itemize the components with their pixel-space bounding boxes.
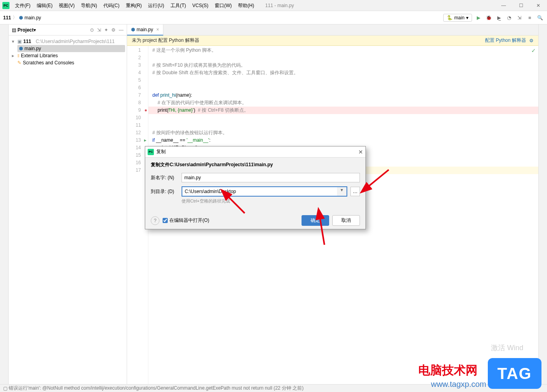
new-name-label: 新名字: (N) xyxy=(151,174,178,181)
configure-interpreter-link[interactable]: 配置 Python 解释器 xyxy=(485,37,526,44)
menu-view[interactable]: 视图(V) xyxy=(56,0,78,11)
right-tool-stripe[interactable] xyxy=(538,24,547,384)
menu-refactor[interactable]: 重构(R) xyxy=(123,0,145,11)
new-name-input[interactable] xyxy=(182,173,360,182)
browse-dir-button[interactable]: … xyxy=(350,187,360,196)
menu-file[interactable]: 文件(F) xyxy=(12,0,34,11)
scratches-node[interactable]: ✎ Scratches and Consoles xyxy=(10,59,125,66)
breadcrumb-project[interactable]: 111 xyxy=(3,15,11,21)
scratches-icon: ✎ xyxy=(17,60,21,66)
menu-tools[interactable]: 工具(T) xyxy=(167,0,189,11)
search-everywhere-button[interactable]: 🔍 xyxy=(536,14,544,22)
pycharm-app-icon: PC xyxy=(2,2,9,9)
run-button[interactable]: ▶ xyxy=(474,14,482,22)
menu-code[interactable]: 代码(C) xyxy=(100,0,123,11)
run-gutter-line-13[interactable]: 13 xyxy=(127,137,148,144)
project-panel-title[interactable]: Project xyxy=(17,27,34,33)
close-tab-icon[interactable]: × xyxy=(156,27,159,32)
dir-dropdown-icon[interactable]: ▾ xyxy=(337,187,347,196)
main-menu: 文件(F) 编辑(E) 视图(V) 导航(N) 代码(C) 重构(R) 运行(U… xyxy=(12,0,257,11)
menu-window[interactable]: 窗口(W) xyxy=(212,0,235,11)
expand-all-icon[interactable]: ⇲ xyxy=(97,27,101,33)
maximize-button[interactable]: ☐ xyxy=(512,0,530,11)
breadcrumb-file[interactable]: main.py xyxy=(24,15,41,21)
site-watermark-cn: 电脑技术网 xyxy=(418,362,478,379)
collapse-all-icon[interactable]: ✦ xyxy=(104,27,108,33)
open-in-editor-label: 在编辑器中打开(O) xyxy=(169,217,209,224)
menu-run[interactable]: 运行(U) xyxy=(145,0,167,11)
breadcrumb: 111 〉 ⬢ main.py xyxy=(3,14,41,21)
project-root-label: 111 xyxy=(23,39,31,44)
status-square-icon[interactable]: ▢ xyxy=(3,386,7,391)
external-libraries-label: External Libraries xyxy=(21,53,58,58)
folder-icon: ▤ xyxy=(12,27,16,33)
external-libraries-node[interactable]: ▸ ⫴ External Libraries xyxy=(10,52,125,59)
to-dir-label: 到目录: (D) xyxy=(151,188,178,195)
run-with-coverage-button[interactable]: ▶̲ xyxy=(495,14,503,22)
python-file-icon: ⬢ xyxy=(131,27,135,32)
menu-edit[interactable]: 编辑(E) xyxy=(34,0,56,11)
project-root-node[interactable]: ▾ ▣ 111 C:\Users\admin\PycharmProjects\1… xyxy=(10,38,125,45)
dir-hint: 使用Ctrl+空格的路径完成 xyxy=(182,198,360,204)
chevron-down-icon: ▾ xyxy=(466,15,468,21)
ok-button[interactable]: 确定 xyxy=(302,215,329,226)
activate-windows-watermark: 激活 Wind xyxy=(491,343,523,353)
menu-vcs[interactable]: VCS(S) xyxy=(189,0,212,11)
folder-icon: ▣ xyxy=(17,39,22,44)
dialog-source-path: 复制文件C:\Users\admin\PycharmProjects\111\m… xyxy=(151,161,360,168)
tag-badge: TAG xyxy=(488,358,541,389)
settings-gear-icon[interactable]: ⚙ xyxy=(111,27,116,33)
banner-settings-gear-icon[interactable]: ⚙ xyxy=(529,38,534,43)
help-button[interactable]: ? xyxy=(151,216,159,225)
banner-text: 未为 project 配置 Python 解释器 xyxy=(132,37,199,44)
site-watermark-url: www.tagxp.com xyxy=(431,380,486,389)
run-config-selector[interactable]: 🐍 main ▾ xyxy=(443,14,472,22)
tab-label: main.py xyxy=(137,27,153,32)
interpreter-banner: 未为 project 配置 Python 解释器 配置 Python 解释器 ⚙ xyxy=(127,36,538,46)
left-tool-stripe[interactable] xyxy=(0,24,9,384)
editor-tab-main-py[interactable]: ⬢ main.py × xyxy=(127,24,163,36)
project-root-path: C:\Users\admin\PycharmProjects\111 xyxy=(36,39,114,44)
stop-button[interactable]: ■ xyxy=(526,14,534,22)
to-dir-input[interactable] xyxy=(182,187,337,196)
locate-icon[interactable]: ⊙ xyxy=(90,27,94,33)
python-icon: 🐍 xyxy=(447,15,453,21)
profile-button[interactable]: ◔ xyxy=(505,14,513,22)
library-icon: ⫴ xyxy=(17,53,19,58)
breakpoint-line-9[interactable]: 9 xyxy=(127,107,148,114)
dialog-close-icon[interactable]: ✕ xyxy=(358,149,363,155)
dialog-title: 复制 xyxy=(156,148,166,155)
tree-file-label: main.py xyxy=(24,46,41,51)
hide-panel-icon[interactable]: — xyxy=(119,27,124,33)
minimize-button[interactable]: — xyxy=(495,0,512,11)
scratches-label: Scratches and Consoles xyxy=(23,60,74,66)
inspection-ok-icon[interactable]: ✓ xyxy=(531,47,536,54)
cancel-button[interactable]: 取消 xyxy=(332,215,360,226)
status-text: 错误运行'main': @NotNull method com/intellij… xyxy=(9,385,303,392)
python-file-icon: ⬢ xyxy=(19,46,23,51)
attach-button[interactable]: ⇲ xyxy=(515,14,523,22)
menu-navigate[interactable]: 导航(N) xyxy=(78,0,100,11)
open-in-editor-checkbox[interactable] xyxy=(163,218,168,223)
copy-file-dialog: PC 复制 ✕ 复制文件C:\Users\admin\PycharmProjec… xyxy=(145,146,366,229)
chevron-down-icon[interactable]: ▾ xyxy=(34,27,36,33)
debug-button[interactable]: 🐞 xyxy=(485,14,493,22)
close-button[interactable]: ✕ xyxy=(530,0,547,11)
menu-help[interactable]: 帮助(H) xyxy=(235,0,257,11)
run-config-name: main xyxy=(454,15,465,21)
window-title: 111 - main.py xyxy=(265,3,294,8)
pycharm-icon: PC xyxy=(148,149,154,155)
tree-file-main-py[interactable]: ⬢ main.py xyxy=(17,45,125,52)
python-file-icon: ⬢ xyxy=(19,15,23,21)
